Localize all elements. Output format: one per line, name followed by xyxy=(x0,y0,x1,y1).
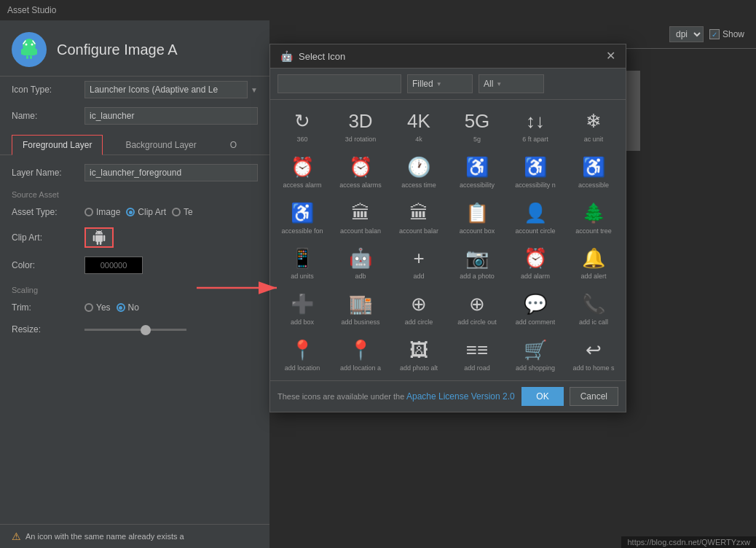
icon-symbol: 📍 xyxy=(349,338,372,361)
icon-symbol: 👤 xyxy=(524,201,547,224)
icon-item[interactable]: 📞add ic call xyxy=(564,286,623,332)
icon-item[interactable]: ⏰add alarm xyxy=(506,240,564,286)
show-checkbox[interactable]: ✓ Show xyxy=(709,29,744,39)
icon-label: account tree xyxy=(575,227,612,235)
svg-rect-6 xyxy=(21,49,23,55)
tab-background-layer[interactable]: Background Layer xyxy=(114,135,207,154)
icon-symbol: ♿ xyxy=(582,155,605,179)
icon-item[interactable]: ⏰access alarm xyxy=(273,149,331,195)
icon-item[interactable]: ⊕add circle xyxy=(390,286,448,332)
icon-item[interactable]: 🔔add alert xyxy=(564,240,623,286)
icon-item[interactable]: 🏛account balan xyxy=(331,195,390,240)
icon-symbol: 🏛 xyxy=(351,201,370,224)
icon-type-input[interactable] xyxy=(84,81,248,98)
radio-trim-yes[interactable]: Yes xyxy=(84,302,111,313)
icon-label: account box xyxy=(460,227,495,235)
icon-item[interactable]: 🤖adb xyxy=(331,240,390,286)
icon-item[interactable]: 🏬add business xyxy=(331,286,390,332)
close-button[interactable]: ✕ xyxy=(606,50,615,62)
icon-item[interactable]: 🛒add shopping xyxy=(506,332,564,377)
icon-label: add alert xyxy=(580,273,606,281)
icon-symbol: ❄ xyxy=(586,109,602,133)
radio-trim-no[interactable]: No xyxy=(117,302,139,313)
icon-symbol: 3D xyxy=(348,109,372,133)
icon-item[interactable]: 💬add comment xyxy=(506,286,564,332)
icon-label: accessible xyxy=(578,181,609,189)
cancel-button[interactable]: Cancel xyxy=(570,387,618,406)
icon-item[interactable]: ♿accessibility n xyxy=(506,149,564,195)
icon-symbol: 🔔 xyxy=(582,246,605,270)
icon-item[interactable]: 📋account box xyxy=(448,195,506,240)
svg-rect-7 xyxy=(35,49,37,55)
icon-item[interactable]: 🏛account balar xyxy=(390,195,448,240)
icon-label: add road xyxy=(464,364,490,372)
icon-item[interactable]: 🖼add photo alt xyxy=(390,332,448,377)
icon-item[interactable]: 📱ad units xyxy=(273,240,331,286)
icon-item[interactable]: ♿accessible fon xyxy=(273,195,331,240)
icon-symbol: 5G xyxy=(465,109,490,133)
dialog-buttons: OK Cancel xyxy=(521,387,618,406)
icon-item[interactable]: ↕↓6 ft apart xyxy=(506,103,564,149)
icon-label: 5g xyxy=(473,136,481,144)
tab-foreground-layer[interactable]: Foreground Layer xyxy=(12,135,103,155)
icon-item[interactable]: ↩add to home s xyxy=(564,332,623,377)
icon-symbol: 🛒 xyxy=(524,338,547,361)
radio-trim-yes-circle xyxy=(84,303,93,312)
icon-item[interactable]: ↻360 xyxy=(273,103,331,149)
color-swatch[interactable]: 000000 xyxy=(84,257,143,274)
dropdown-arrow-1: ▼ xyxy=(436,81,442,87)
layer-name-input[interactable] xyxy=(84,164,258,181)
license-link[interactable]: Apache License Version 2.0 xyxy=(406,391,515,402)
radio-clipart[interactable]: Clip Art xyxy=(126,207,166,217)
svg-point-2 xyxy=(25,44,28,46)
icon-item[interactable]: 5G5g xyxy=(448,103,506,149)
warning-icon: ⚠ xyxy=(12,531,21,542)
icon-item[interactable]: ❄ac unit xyxy=(564,103,623,149)
icon-item[interactable]: 📍add location a xyxy=(331,332,390,377)
icon-symbol: 🕐 xyxy=(407,155,430,179)
icon-item[interactable]: 3D3d rotation xyxy=(331,103,390,149)
icon-symbol: 🌲 xyxy=(582,201,605,224)
icon-item[interactable]: 🌲account tree xyxy=(564,195,623,240)
search-input[interactable] xyxy=(277,74,401,93)
ok-button[interactable]: OK xyxy=(521,387,563,406)
radio-text[interactable]: Te xyxy=(172,207,193,217)
source-asset-label: Source Asset xyxy=(0,186,269,201)
name-input[interactable] xyxy=(84,107,258,125)
icon-item[interactable]: 📷add a photo xyxy=(448,240,506,286)
clip-art-button[interactable] xyxy=(84,227,114,248)
icon-symbol: ↻ xyxy=(294,109,310,133)
name-label: Name: xyxy=(12,111,84,121)
icon-type-label: Icon Type: xyxy=(12,85,84,95)
icon-item[interactable]: 4K4k xyxy=(390,103,448,149)
radio-image[interactable]: Image xyxy=(84,207,120,217)
icon-symbol: ➕ xyxy=(291,292,314,316)
icon-label: accessibility n xyxy=(515,181,556,189)
icon-item[interactable]: ⏰access alarms xyxy=(331,149,390,195)
radio-text-circle xyxy=(172,208,181,216)
icon-label: access alarm xyxy=(283,181,321,189)
icon-item[interactable]: ⊕add circle out xyxy=(448,286,506,332)
icon-item[interactable]: ♿accessible xyxy=(564,149,623,195)
icons-grid: ↻3603D3d rotation4K4k5G5g↕↓6 ft apart❄ac… xyxy=(270,100,626,380)
resize-slider[interactable] xyxy=(84,324,258,335)
icon-item[interactable]: ≡≡add road xyxy=(448,332,506,377)
icon-symbol: 📞 xyxy=(582,292,605,316)
icon-item[interactable]: 🕐access time xyxy=(390,149,448,195)
icon-item[interactable]: 👤account circle xyxy=(506,195,564,240)
icon-item[interactable]: ♿accessibility xyxy=(448,149,506,195)
warning-text: An icon with the same name already exist… xyxy=(25,532,184,541)
dpi-select[interactable]: dpi xyxy=(669,26,704,42)
clip-art-label: Clip Art: xyxy=(12,232,84,243)
filter-category-dropdown[interactable]: All ▼ xyxy=(479,74,544,93)
tab-options[interactable]: O xyxy=(219,135,248,154)
icon-item[interactable]: 📍add location xyxy=(273,332,331,377)
slider-thumb[interactable] xyxy=(141,325,151,335)
filter-style-dropdown[interactable]: Filled ▼ xyxy=(407,74,473,93)
dialog-title: 🤖 Select Icon xyxy=(280,50,345,62)
status-url: https://blog.csdn.net/QWERTYzxw xyxy=(621,536,756,548)
icon-symbol: 🏛 xyxy=(409,201,428,224)
icon-item[interactable]: ➕add box xyxy=(273,286,331,332)
svg-point-3 xyxy=(31,44,34,46)
icon-item[interactable]: +add xyxy=(390,240,448,286)
